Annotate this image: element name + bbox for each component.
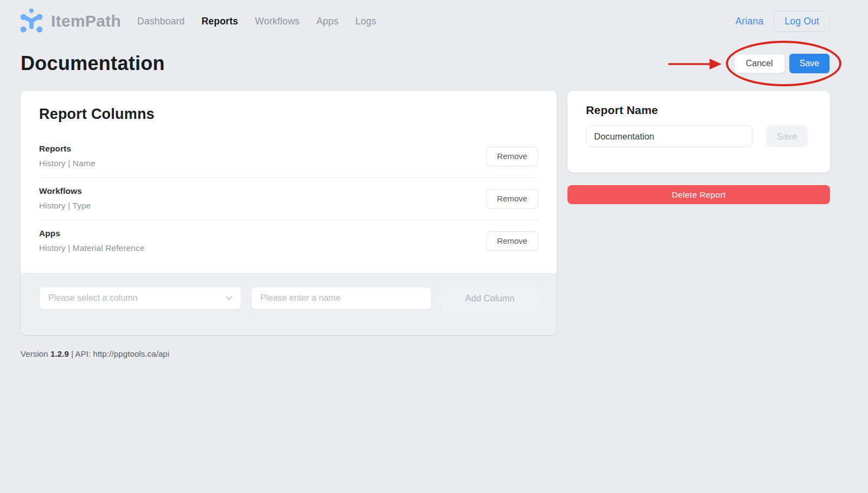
table-row: Workflows History | Type Remove <box>39 178 538 220</box>
column-detail: History | Material Reference <box>39 243 145 253</box>
column-name: Workflows <box>39 186 91 196</box>
column-detail: History | Name <box>39 159 95 168</box>
report-name-row: Save <box>586 125 812 147</box>
nav-dashboard[interactable]: Dashboard <box>137 16 184 27</box>
annotation-arrow-icon <box>667 56 724 72</box>
column-info: Workflows History | Type <box>39 186 91 211</box>
column-select[interactable]: Please select a column <box>39 287 241 309</box>
cancel-button[interactable]: Cancel <box>734 54 785 73</box>
version-number: 1.2.9 <box>50 349 69 358</box>
api-text: | API: http://ppgtools.ca/api <box>71 349 169 358</box>
app-root: ItemPath Dashboard Reports Workflows App… <box>0 0 868 493</box>
table-row: Reports History | Name Remove <box>39 136 538 178</box>
user-link[interactable]: Ariana <box>736 16 764 27</box>
logout-button[interactable]: Log Out <box>774 11 830 32</box>
main-nav: Dashboard Reports Workflows Apps Logs <box>137 16 376 27</box>
save-button[interactable]: Save <box>789 54 829 73</box>
report-name-card: Report Name Save <box>567 91 830 173</box>
page-actions: Cancel Save <box>734 54 829 73</box>
nav-workflows[interactable]: Workflows <box>255 16 299 27</box>
remove-button[interactable]: Remove <box>486 147 538 166</box>
brand-name: ItemPath <box>51 12 121 30</box>
brand[interactable]: ItemPath <box>19 7 121 36</box>
top-nav: ItemPath Dashboard Reports Workflows App… <box>19 0 830 42</box>
version-prefix: Version <box>21 349 48 358</box>
remove-button[interactable]: Remove <box>486 189 538 208</box>
report-columns-title: Report Columns <box>39 106 538 123</box>
report-name-input[interactable] <box>586 125 752 147</box>
remove-button[interactable]: Remove <box>486 231 538 251</box>
report-name-save-button[interactable]: Save <box>766 125 808 147</box>
report-name-title: Report Name <box>586 104 812 117</box>
column-name-input[interactable] <box>251 287 432 309</box>
column-select-placeholder: Please select a column <box>48 293 138 303</box>
version-line: Version 1.2.9 | API: http://ppgtools.ca/… <box>21 349 169 358</box>
report-columns-body: Report Columns Reports History | Name Re… <box>21 91 557 262</box>
header-right: Ariana Log Out <box>736 11 830 32</box>
page-title: Documentation <box>21 52 165 75</box>
delete-report-button[interactable]: Delete Report <box>567 185 830 204</box>
nav-reports[interactable]: Reports <box>202 16 239 27</box>
column-detail: History | Type <box>39 201 91 211</box>
column-name: Reports <box>39 144 95 154</box>
report-columns-card: Report Columns Reports History | Name Re… <box>21 91 557 335</box>
itempath-logo-icon <box>19 7 44 36</box>
add-column-button[interactable]: Add Column <box>442 287 538 309</box>
column-info: Reports History | Name <box>39 144 95 168</box>
add-column-form: Please select a column Add Column <box>21 273 557 335</box>
nav-apps[interactable]: Apps <box>316 16 339 27</box>
nav-logs[interactable]: Logs <box>355 16 376 27</box>
chevron-down-icon <box>226 296 232 300</box>
table-row: Apps History | Material Reference Remove <box>39 220 538 262</box>
column-info: Apps History | Material Reference <box>39 229 145 253</box>
column-name: Apps <box>39 229 145 238</box>
